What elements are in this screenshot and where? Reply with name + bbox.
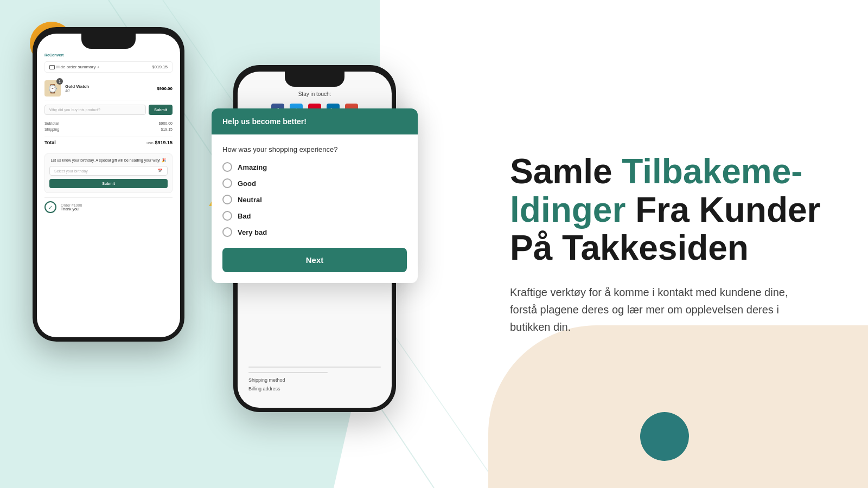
radio-option-very-bad[interactable]: Very bad (222, 227, 407, 237)
phone-left-notch (81, 34, 136, 49)
order-summary-total: $919.15 (152, 65, 168, 69)
phone-left-content: ReConvert Hide order summary ∧ $919.15 ⌚… (37, 34, 180, 224)
order-number: Order #1008 (61, 203, 82, 207)
divider-line-2 (248, 372, 328, 373)
radio-label-neutral: Neutral (238, 196, 262, 204)
radio-option-neutral[interactable]: Neutral (222, 195, 407, 204)
phone-center-notch (285, 72, 344, 87)
radio-circle-neutral (222, 195, 232, 204)
calendar-icon: 📅 (158, 169, 163, 173)
birthday-input[interactable]: Select your birthday 📅 (49, 166, 168, 176)
product-info: Gold Watch 40' (65, 84, 152, 93)
survey-question: How was your shopping experience? (222, 145, 407, 153)
headline-teal: Tilbakeme-ldinger (510, 152, 803, 229)
product-badge: 1 (56, 78, 63, 85)
product-variant: 40' (65, 89, 152, 93)
phone-left: ReConvert Hide order summary ∧ $919.15 ⌚… (33, 27, 184, 342)
radio-option-amazing[interactable]: Amazing (222, 162, 407, 172)
radio-label-bad: Bad (238, 212, 251, 220)
product-name: Gold Watch (65, 84, 152, 89)
headline: Samle Tilbakeme-ldinger Fra KunderPå Tak… (510, 152, 825, 267)
survey-header-text: Help us become better! (222, 117, 407, 126)
survey-input-row: Why did you buy this product? Submit (44, 105, 173, 115)
right-section: Samle Tilbakeme-ldinger Fra KunderPå Tak… (477, 0, 868, 488)
radio-option-bad[interactable]: Bad (222, 211, 407, 221)
shipping-row: Shipping $19.15 (44, 126, 173, 132)
survey-submit-button[interactable]: Submit (149, 105, 173, 115)
radio-label-good: Good (238, 179, 256, 188)
price-rows: Subtotal $900.00 Shipping $19.15 (44, 120, 173, 132)
radio-circle-bad (222, 211, 232, 221)
birthday-submit-button[interactable]: Submit (49, 179, 168, 188)
cart-icon (49, 65, 55, 69)
product-price: $900.00 (157, 86, 173, 91)
radio-circle-very-bad (222, 227, 232, 237)
order-summary-label: Hide order summary ∧ (49, 65, 99, 69)
product-row: ⌚ 1 Gold Watch 40' $900.00 (44, 77, 173, 100)
radio-circle-amazing (222, 162, 232, 172)
reconvert-logo: ReConvert (44, 53, 173, 57)
product-image: ⌚ 1 (44, 80, 61, 97)
total-row: Total USD $919.15 (44, 137, 173, 148)
stay-in-touch-label: Stay in touch: (246, 91, 383, 97)
thank-you-info: Order #1008 Thank you! (61, 203, 82, 211)
check-circle-icon: ✓ (44, 201, 56, 213)
survey-input[interactable]: Why did you buy this product? (44, 105, 146, 115)
billing-address-label: Billing address (248, 386, 381, 391)
subtotal-row: Subtotal $900.00 (44, 120, 173, 126)
divider-line-1 (248, 367, 381, 368)
birthday-section: Let us know your birthday. A special gif… (44, 153, 173, 193)
survey-body: How was your shopping experience? Amazin… (212, 134, 418, 283)
survey-overlay: Help us become better! How was your shop… (212, 108, 418, 283)
radio-option-good[interactable]: Good (222, 178, 407, 188)
phone-left-screen: ReConvert Hide order summary ∧ $919.15 ⌚… (37, 34, 180, 337)
radio-circle-good (222, 178, 232, 188)
next-button[interactable]: Next (222, 248, 407, 272)
phone-bottom-content: Shipping method Billing address (248, 367, 381, 391)
birthday-text: Let us know your birthday. A special gif… (49, 158, 168, 163)
radio-label-very-bad: Very bad (238, 228, 267, 236)
thank-you-text: Thank you! (61, 207, 82, 211)
order-summary-bar[interactable]: Hide order summary ∧ $919.15 (44, 61, 173, 73)
subtext: Kraftige verktøy for å komme i kontakt m… (510, 284, 792, 336)
shipping-method-label: Shipping method (248, 377, 381, 383)
survey-header: Help us become better! (212, 108, 418, 134)
radio-label-amazing: Amazing (238, 163, 267, 171)
thank-you-row: ✓ Order #1008 Thank you! (44, 197, 173, 216)
